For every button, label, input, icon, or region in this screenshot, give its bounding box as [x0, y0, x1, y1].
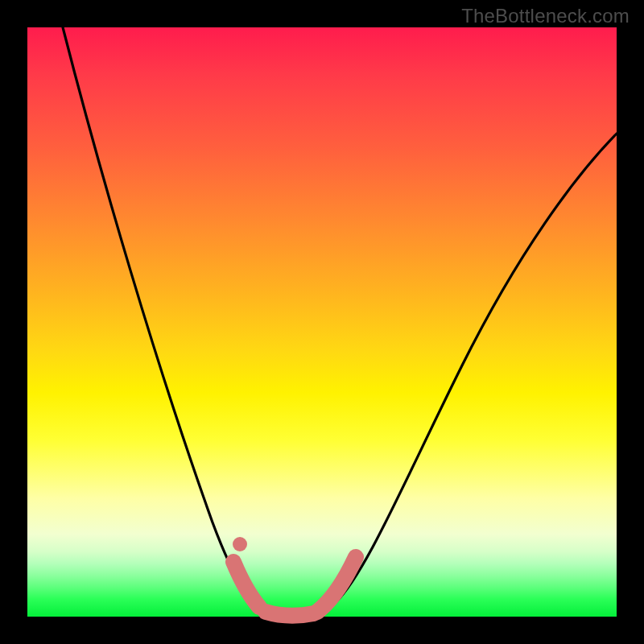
optimal-marker-left [233, 562, 259, 607]
bottleneck-curve [63, 27, 617, 616]
plot-area [27, 27, 617, 617]
chart-svg [27, 27, 617, 617]
optimal-marker-bottom [266, 612, 314, 616]
optimal-marker-right [317, 557, 356, 612]
attribution-text: TheBottleneck.com [461, 5, 630, 27]
optimal-marker-dot [233, 537, 247, 551]
outer-frame: TheBottleneck.com [0, 0, 644, 644]
